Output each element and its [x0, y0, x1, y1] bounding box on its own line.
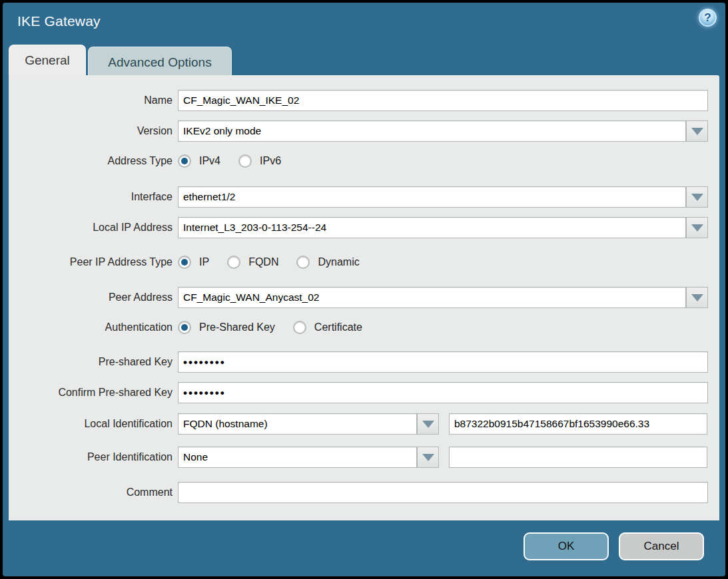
dialog-titlebar: IKE Gateway ? [3, 3, 725, 43]
name-row: Name [9, 90, 708, 111]
version-select-value[interactable] [178, 120, 686, 142]
comment-row: Comment [9, 482, 708, 503]
radio-certificate[interactable] [293, 321, 306, 334]
confirm-pre-shared-key-input[interactable] [178, 382, 708, 403]
tab-advanced-options-label: Advanced Options [108, 55, 211, 70]
general-tab-panel: Name Version Address Type [9, 75, 719, 520]
version-dropdown-button[interactable] [686, 120, 708, 142]
peer-identification-value-input[interactable] [449, 447, 707, 468]
radio-option-dynamic[interactable]: Dynamic [296, 256, 359, 269]
version-select[interactable] [178, 120, 708, 142]
address-type-label: Address Type [9, 155, 173, 167]
tab-general-label: General [25, 53, 70, 68]
peer-identification-label: Peer Identification [9, 451, 173, 463]
ike-gateway-dialog: IKE Gateway ? Advanced Options General N… [3, 3, 725, 576]
radio-ipv6[interactable] [238, 154, 252, 168]
confirm-pre-shared-key-label: Confirm Pre-shared Key [9, 387, 173, 399]
dialog-title: IKE Gateway [17, 13, 101, 29]
name-input[interactable] [178, 90, 708, 111]
interface-label: Interface [9, 191, 173, 203]
peer-ip-address-type-radio-group: IP FQDN Dynamic [178, 253, 708, 272]
radio-ipv6-label: IPv6 [260, 155, 281, 167]
authentication-label: Authentication [9, 321, 173, 333]
local-identification-value-input[interactable] [449, 413, 707, 435]
peer-identification-dropdown-button[interactable] [417, 447, 439, 468]
chevron-down-icon [691, 194, 703, 201]
tab-general[interactable]: General [9, 45, 86, 75]
local-identification-label: Local Identification [9, 418, 173, 430]
version-label: Version [9, 125, 173, 137]
dialog-footer: OK Cancel [3, 520, 725, 576]
radio-option-ipv6[interactable]: IPv6 [238, 154, 281, 168]
radio-option-ipv4[interactable]: IPv4 [178, 154, 220, 168]
tab-advanced-options[interactable]: Advanced Options [88, 47, 232, 77]
interface-select-value[interactable] [178, 186, 686, 208]
radio-ipv4-label: IPv4 [199, 155, 220, 167]
interface-row: Interface [9, 186, 708, 208]
local-identification-type-select[interactable] [178, 413, 439, 435]
peer-address-dropdown-button[interactable] [686, 287, 708, 308]
radio-ip[interactable] [178, 256, 191, 269]
authentication-row: Authentication Pre-Shared Key Certificat… [9, 318, 708, 337]
peer-ip-address-type-label: Peer IP Address Type [9, 256, 173, 268]
interface-select[interactable] [178, 186, 708, 208]
radio-option-ip[interactable]: IP [178, 256, 209, 269]
local-identification-type-value[interactable] [178, 413, 417, 435]
cancel-button[interactable]: Cancel [619, 532, 704, 560]
interface-dropdown-button[interactable] [686, 186, 708, 208]
chevron-down-icon [691, 294, 703, 301]
chevron-down-icon [422, 454, 434, 461]
peer-identification-type-value[interactable] [178, 447, 417, 468]
comment-input[interactable] [178, 482, 708, 503]
comment-label: Comment [9, 486, 173, 498]
local-ip-address-label: Local IP Address [9, 222, 173, 234]
confirm-pre-shared-key-row: Confirm Pre-shared Key [9, 382, 708, 403]
chevron-down-icon [422, 421, 434, 428]
radio-ip-label: IP [199, 256, 209, 268]
local-ip-address-select[interactable] [178, 217, 708, 238]
peer-identification-type-select[interactable] [178, 447, 439, 468]
radio-certificate-label: Certificate [314, 321, 362, 333]
local-identification-row: Local Identification [9, 413, 708, 435]
radio-pre-shared-key-label: Pre-Shared Key [199, 321, 275, 333]
local-ip-address-row: Local IP Address [9, 217, 708, 238]
screen: IKE Gateway ? Advanced Options General N… [0, 0, 728, 579]
radio-dynamic[interactable] [296, 256, 310, 269]
help-icon[interactable]: ? [699, 9, 717, 27]
peer-address-select[interactable] [178, 287, 708, 308]
radio-dynamic-label: Dynamic [318, 256, 359, 268]
pre-shared-key-row: Pre-shared Key [9, 351, 708, 373]
peer-address-label: Peer Address [9, 291, 173, 303]
radio-option-fqdn[interactable]: FQDN [227, 256, 278, 269]
radio-option-certificate[interactable]: Certificate [293, 321, 362, 334]
authentication-radio-group: Pre-Shared Key Certificate [178, 318, 708, 337]
peer-address-row: Peer Address [9, 287, 708, 308]
chevron-down-icon [691, 128, 703, 135]
version-row: Version [9, 120, 708, 142]
address-type-row: Address Type IPv4 IPv6 [9, 152, 708, 170]
pre-shared-key-label: Pre-shared Key [9, 356, 173, 368]
local-ip-dropdown-button[interactable] [686, 217, 708, 238]
radio-pre-shared-key[interactable] [178, 321, 191, 334]
local-ip-address-select-value[interactable] [178, 217, 686, 238]
ok-button[interactable]: OK [524, 532, 609, 560]
peer-ip-address-type-row: Peer IP Address Type IP FQDN Dynamic [9, 253, 708, 272]
chevron-down-icon [691, 224, 703, 232]
radio-fqdn-label: FQDN [248, 256, 278, 268]
pre-shared-key-input[interactable] [178, 351, 708, 373]
address-type-radio-group: IPv4 IPv6 [178, 152, 708, 170]
peer-address-select-value[interactable] [178, 287, 686, 308]
radio-fqdn[interactable] [227, 256, 240, 269]
radio-option-pre-shared-key[interactable]: Pre-Shared Key [178, 321, 275, 334]
name-label: Name [9, 95, 173, 106]
local-identification-dropdown-button[interactable] [417, 413, 439, 435]
peer-identification-row: Peer Identification [9, 447, 708, 468]
radio-ipv4[interactable] [178, 154, 191, 168]
